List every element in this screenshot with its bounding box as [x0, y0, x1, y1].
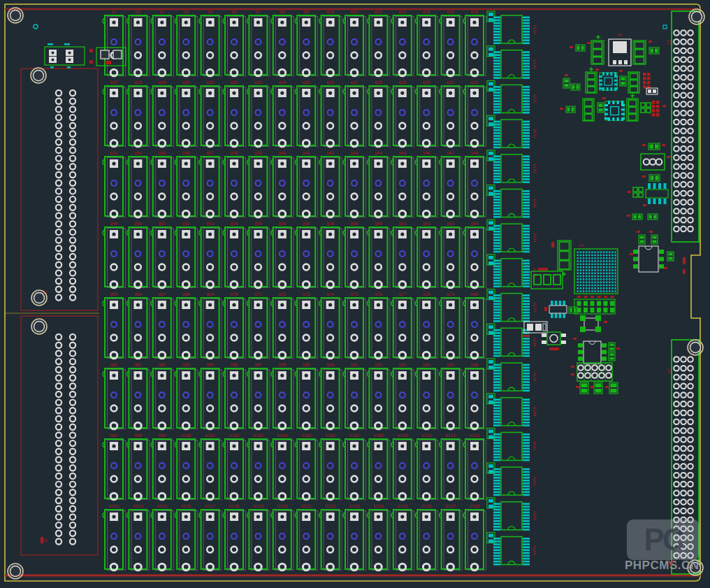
two-pad-footprint[interactable]: [620, 76, 626, 86]
relay-footprint[interactable]: U12: [367, 9, 390, 76]
relay-footprint[interactable]: U66: [126, 292, 150, 359]
relay-footprint[interactable]: U3: [151, 9, 174, 76]
two-pad-footprint[interactable]: [563, 78, 570, 88]
relay-footprint[interactable]: U108: [367, 433, 390, 500]
relay-footprint[interactable]: U128: [463, 503, 486, 571]
soic-ic-footprint[interactable]: U141: [487, 428, 537, 461]
right-edge-connector[interactable]: J4: [667, 340, 699, 574]
relay-footprint[interactable]: U92: [367, 362, 390, 429]
relay-footprint[interactable]: U77: [391, 292, 414, 359]
relay-footprint[interactable]: U76: [367, 292, 390, 359]
relay-footprint[interactable]: U8: [271, 9, 294, 76]
two-pad-footprint[interactable]: [651, 235, 658, 244]
relay-footprint[interactable]: U89: [295, 362, 318, 429]
soic-ic-footprint[interactable]: U139: [487, 359, 537, 392]
soic-ic-footprint[interactable]: U130: [487, 46, 537, 79]
relay-footprint[interactable]: U90: [319, 362, 342, 429]
two-pad-footprint[interactable]: [566, 106, 575, 113]
cap3-footprint[interactable]: [583, 99, 594, 121]
cap3-footprint[interactable]: [628, 72, 639, 93]
relay-footprint[interactable]: U44: [367, 150, 390, 217]
dip8-notch-footprint[interactable]: [578, 341, 607, 364]
soic-ic-footprint[interactable]: U133: [487, 150, 537, 183]
relay-footprint[interactable]: U75: [343, 292, 366, 359]
soic-ic-footprint[interactable]: U143: [487, 498, 537, 531]
relay-footprint[interactable]: U114: [126, 503, 150, 571]
relay-footprint[interactable]: U23: [247, 80, 270, 147]
relay-footprint[interactable]: U82: [126, 362, 150, 429]
relay-footprint[interactable]: U55: [247, 221, 270, 288]
relay-footprint[interactable]: U21: [199, 80, 222, 147]
relay-footprint[interactable]: U93: [391, 362, 414, 429]
relay-footprint[interactable]: U40: [271, 150, 294, 217]
relay-footprint[interactable]: U22: [223, 80, 246, 147]
relay-footprint[interactable]: U68: [175, 292, 198, 359]
relay-footprint[interactable]: U103: [247, 433, 270, 500]
relay-footprint[interactable]: U126: [415, 503, 438, 571]
soic-ic-footprint[interactable]: U132: [487, 115, 537, 148]
relay-footprint[interactable]: U29: [391, 80, 414, 147]
relay-footprint[interactable]: U46: [415, 150, 438, 217]
relay-footprint[interactable]: U62: [415, 221, 438, 288]
relay-footprint[interactable]: U5: [199, 9, 222, 76]
four-pad-footprint[interactable]: [580, 315, 601, 332]
two-pad-footprint[interactable]: [649, 175, 660, 181]
relay-footprint[interactable]: U98: [126, 433, 150, 500]
two-pad-footprint[interactable]: [667, 252, 674, 261]
two-pad-footprint[interactable]: [597, 103, 604, 113]
relay-footprint[interactable]: U2: [126, 9, 150, 76]
relay-footprint[interactable]: U127: [440, 503, 463, 571]
two-pad-footprint[interactable]: [632, 214, 642, 220]
right-edge-connector[interactable]: J3: [667, 11, 699, 242]
relay-footprint[interactable]: U33: [103, 150, 126, 217]
relay-footprint-grid[interactable]: U1U2U3U4U5U6U7U8U9U10U11U12U13U14U15U16U…: [103, 9, 486, 571]
relay-footprint[interactable]: U67: [151, 292, 174, 359]
relay-footprint[interactable]: U94: [415, 362, 438, 429]
relay-footprint[interactable]: U19: [151, 80, 174, 147]
soic-ic-footprint[interactable]: U136: [487, 254, 537, 287]
pcb-layout-canvas[interactable]: J1J2J3J4 U1U2U3U4U5U6U7U8U9U10U11U12U13U…: [0, 0, 710, 588]
relay-footprint[interactable]: U102: [223, 433, 246, 500]
two-pad-footprint[interactable]: [609, 382, 618, 394]
relay-footprint[interactable]: U73: [295, 292, 318, 359]
relay-footprint[interactable]: U97: [103, 433, 126, 500]
relay-footprint[interactable]: U119: [247, 503, 270, 571]
relay-footprint[interactable]: U10: [319, 9, 342, 76]
soic8-small[interactable]: [549, 301, 567, 318]
two-pad-footprint[interactable]: [649, 143, 660, 150]
relay-footprint[interactable]: U100: [175, 433, 198, 500]
relay-footprint[interactable]: U54: [223, 221, 246, 288]
relay-footprint[interactable]: U28: [367, 80, 390, 147]
relay-footprint[interactable]: U113: [103, 503, 126, 571]
two-pad-footprint[interactable]: [569, 307, 577, 313]
white-two-pad[interactable]: [646, 88, 658, 94]
relay-footprint[interactable]: U27: [343, 80, 366, 147]
relay-footprint[interactable]: U7: [247, 9, 270, 76]
relay-footprint[interactable]: U117: [199, 503, 222, 571]
relay-footprint[interactable]: U31: [440, 80, 463, 147]
relay-footprint[interactable]: U24: [271, 80, 294, 147]
relay-footprint[interactable]: U60: [367, 221, 390, 288]
soic-ic-footprint[interactable]: U129: [487, 11, 537, 44]
two-pad-footprint[interactable]: [576, 45, 585, 51]
cap3-footprint[interactable]: [633, 41, 646, 64]
relay-footprint[interactable]: U41: [295, 150, 318, 217]
two-pad-footprint[interactable]: [609, 343, 615, 351]
cap3-footprint[interactable]: [586, 72, 597, 93]
relay-footprint[interactable]: U43: [343, 150, 366, 217]
cap3-footprint[interactable]: [558, 241, 571, 270]
relay-footprint[interactable]: U87: [247, 362, 270, 429]
relay-footprint[interactable]: U104: [271, 433, 294, 500]
dpak-footprint[interactable]: U9: [609, 33, 631, 66]
two-pad-footprint[interactable]: [649, 48, 659, 54]
relay-footprint[interactable]: U32: [463, 80, 486, 147]
relay-footprint[interactable]: U71: [247, 292, 270, 359]
bga-footprint[interactable]: U1: [574, 243, 618, 294]
relay-footprint[interactable]: U64: [463, 221, 486, 288]
relay-footprint[interactable]: U78: [415, 292, 438, 359]
relay-footprint[interactable]: U37: [199, 150, 222, 217]
relay-footprint[interactable]: U18: [126, 80, 150, 147]
relay-footprint[interactable]: U85: [199, 362, 222, 429]
relay-footprint[interactable]: U107: [343, 433, 366, 500]
relay-footprint[interactable]: U74: [319, 292, 342, 359]
